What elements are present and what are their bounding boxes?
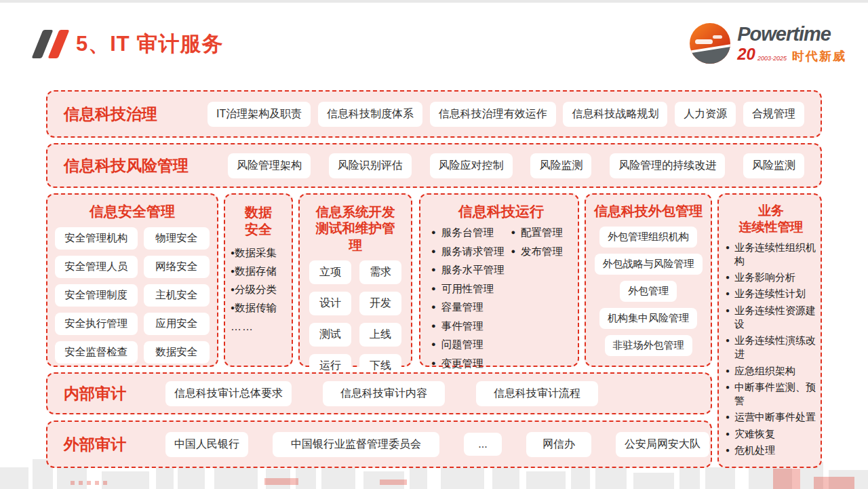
logo-text: Powertime 20 2003-2025 时代新威	[737, 24, 846, 62]
continuity-item: ●业务连续性演练改进	[726, 334, 816, 361]
data-security-item: ●分级分类	[231, 283, 286, 297]
internal-audit-item: 信息科技审计流程	[476, 381, 598, 406]
governance-item: 合规管理	[743, 102, 804, 127]
risk-item: 风险识别评估	[329, 153, 412, 178]
section-business-continuity: 业务 连续性管理 ●业务连续性组织机构 ●业务影响分析 ●业务连续性计划 ●业务…	[717, 193, 822, 468]
external-audit-item: 网信办	[526, 432, 591, 457]
dev-item: 开发	[359, 292, 401, 315]
logo-brand-name: Powertime	[737, 24, 846, 44]
section-title: 信息系统开发 测试和维护管理	[309, 203, 401, 253]
data-security-item: ●数据采集	[231, 246, 286, 260]
section-information-security: 信息安全管理 安全管理机构 物理安全 安全管理人员 网络安全 安全管理制度 主机…	[46, 193, 218, 367]
operation-item: ●配置管理	[511, 226, 571, 240]
section-title: 数据 安全	[231, 204, 286, 238]
security-item: 安全管理人员	[55, 256, 138, 278]
continuity-item: ●中断事件监测、预警	[726, 380, 816, 408]
logo-chinese-name: 时代新威	[792, 50, 846, 62]
section-it-outsourcing: 信息科技外包管理 外包管理组织机构 外包战略与风险管理 外包管理 机构集中风险管…	[585, 193, 712, 367]
powertime-logo-icon	[690, 23, 730, 64]
external-audit-item: 中国银行业监督管理委员会	[273, 432, 439, 457]
section-title: 信息科技风险管理	[64, 155, 228, 176]
security-item: 数据安全	[144, 341, 210, 364]
dev-item: 上线	[359, 323, 401, 347]
top-edge-divider	[0, 0, 868, 3]
section-it-governance: 信息科技治理 IT治理架构及职责 信息科技制度体系 信息科技治理有效运作 信息科…	[46, 90, 822, 138]
continuity-item: ●灾难恢复	[726, 427, 816, 441]
data-security-item: ●数据传输	[231, 301, 286, 315]
section-title: 信息科技治理	[64, 104, 208, 125]
risk-item: 风险管理架构	[228, 153, 311, 178]
slide: 5、IT 审计服务 Powertime 20 2003-2025 时代新威 信息…	[0, 0, 868, 489]
operation-item: ●服务水平管理	[431, 263, 511, 277]
page-header: 5、IT 审计服务	[37, 30, 223, 58]
outsourcing-item: 外包战略与风险管理	[595, 254, 703, 275]
dev-item: 立项	[309, 260, 351, 284]
dev-item: 设计	[309, 292, 351, 315]
section-internal-audit: 内部审计 信息科技审计总体要求 信息科技审计内容 信息科技审计流程	[46, 372, 712, 414]
governance-item: 信息科技治理有效运作	[430, 102, 556, 127]
operation-item: ●问题管理	[431, 338, 511, 352]
security-item: 安全管理制度	[55, 284, 138, 307]
section-data-security: 数据 安全 ●数据采集 ●数据存储 ●分级分类 ●数据传输 ……	[224, 193, 293, 367]
logo-anniversary-number: 20	[737, 46, 755, 62]
continuity-item: ●业务影响分析	[726, 271, 816, 284]
ellipsis-more: ……	[231, 321, 286, 333]
operation-item: ●可用性管理	[431, 282, 511, 296]
outsourcing-item: 非驻场外包管理	[605, 335, 692, 356]
operation-item: ●服务台管理	[431, 226, 511, 240]
outsourcing-item: 外包管理组织机构	[599, 227, 697, 248]
page-title: 5、IT 审计服务	[76, 30, 223, 58]
risk-item: 风险监测	[530, 153, 591, 178]
continuity-item: ●危机处理	[726, 444, 816, 457]
governance-item: IT治理架构及职责	[208, 102, 311, 127]
risk-item: 风险管理的持续改进	[610, 153, 725, 178]
governance-item: 人力资源	[675, 102, 736, 127]
section-external-audit: 外部审计 中国人民银行 中国银行业监督管理委员会 ... 网信办 公安局网安大队	[46, 420, 712, 468]
security-item: 应用安全	[144, 313, 210, 335]
dev-item: 测试	[309, 323, 351, 347]
internal-audit-item: 信息科技审计内容	[323, 381, 445, 406]
data-security-item: ●数据存储	[231, 265, 286, 279]
section-title: 信息科技外包管理	[593, 203, 704, 220]
dev-item: 需求	[359, 260, 401, 284]
continuity-item: ●业务连续性资源建设	[726, 304, 816, 332]
security-item: 网络安全	[144, 256, 210, 278]
security-item: 安全执行管理	[55, 313, 138, 335]
section-title: 信息科技运行	[431, 203, 571, 220]
security-item: 安全监督检查	[55, 341, 138, 364]
security-item: 物理安全	[144, 227, 210, 250]
section-it-operation: 信息科技运行 ●服务台管理 ●服务请求管理 ●服务水平管理 ●可用性管理 ●容量…	[419, 193, 579, 367]
section-it-risk-management: 信息科技风险管理 风险管理架构 风险识别评估 风险应对控制 风险监测 风险管理的…	[46, 143, 822, 188]
section-title: 外部审计	[64, 434, 165, 455]
risk-item: 风险监测	[743, 153, 804, 178]
operation-item: ●服务请求管理	[431, 245, 511, 259]
external-audit-item: 中国人民银行	[165, 432, 248, 457]
risk-item: 风险应对控制	[430, 153, 513, 178]
outsourcing-item: 机构集中风险管理	[599, 308, 697, 329]
powertime-logo: Powertime 20 2003-2025 时代新威	[690, 23, 846, 64]
section-system-development: 信息系统开发 测试和维护管理 立项 需求 设计 开发 测试 上线 运行 下线	[298, 193, 412, 367]
continuity-item: ●业务连续性计划	[726, 287, 816, 300]
external-audit-item: ...	[464, 433, 502, 456]
operation-item: ●容量管理	[431, 300, 511, 315]
section-title: 信息安全管理	[55, 203, 210, 220]
security-item: 主机安全	[144, 284, 210, 307]
external-audit-item: 公安局网安大队	[616, 432, 709, 457]
continuity-item: ●业务连续性组织机构	[726, 241, 816, 269]
outsourcing-item: 外包管理	[620, 281, 677, 302]
operation-item: ●变更管理	[431, 357, 511, 371]
continuity-item: ●运营中断事件处置	[726, 410, 816, 424]
operation-item: ●事件管理	[431, 319, 511, 334]
governance-item: 信息科技战略规划	[563, 102, 667, 127]
section-title: 内部审计	[64, 383, 165, 404]
security-item: 安全管理机构	[55, 227, 138, 250]
operation-item: ●发布管理	[511, 245, 571, 259]
continuity-item: ●应急组织架构	[726, 364, 816, 378]
internal-audit-item: 信息科技审计总体要求	[165, 381, 292, 406]
governance-item: 信息科技制度体系	[318, 102, 422, 127]
section-title: 业务 连续性管理	[726, 203, 816, 235]
logo-anniversary-years: 2003-2025	[757, 56, 787, 62]
